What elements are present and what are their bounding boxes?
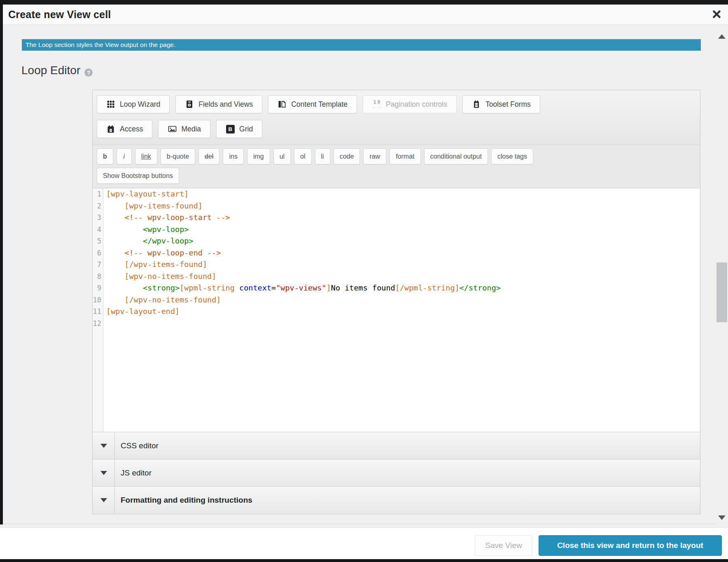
loop-wizard-icon xyxy=(106,100,115,109)
quicktags-toolbar: bilinkb-quotedelinsimgulollicoderawforma… xyxy=(93,145,700,188)
code-area[interactable]: [wpv-layout-start] [wpv-items-found] <!-… xyxy=(103,188,700,432)
line-number: 7 xyxy=(93,259,101,271)
content-template-icon xyxy=(278,100,287,109)
collapse-arrow-cell xyxy=(93,487,115,513)
code-token xyxy=(106,213,125,222)
code-line xyxy=(106,318,700,330)
code-line: <wpv-loop> xyxy=(106,224,700,236)
scrollbar-thumb[interactable] xyxy=(716,262,727,322)
line-number: 5 xyxy=(93,235,101,247)
save-view-button[interactable]: Save View xyxy=(475,535,532,556)
toolbar-row-2: AccessMediaBGrid xyxy=(97,120,696,138)
resize-divider xyxy=(4,524,716,524)
code-token: [wpv-items-found] xyxy=(125,201,203,210)
code-token xyxy=(106,283,143,292)
code-token: No items found xyxy=(331,283,395,292)
line-number: 11 xyxy=(93,306,101,318)
toolset-forms-icon xyxy=(472,100,481,109)
toolbar-button-label: Content Template xyxy=(291,100,348,109)
content-template-button[interactable]: Content Template xyxy=(268,95,357,113)
grid-button[interactable]: BGrid xyxy=(216,120,262,138)
code-line: [/wpv-no-items-found] xyxy=(106,294,700,306)
help-icon[interactable]: ? xyxy=(84,68,93,77)
fields-and-views-icon xyxy=(185,100,194,109)
loop-wizard-button[interactable]: Loop Wizard xyxy=(97,95,170,113)
code-line: [wpv-no-items-found] xyxy=(106,271,700,283)
close-and-return-button[interactable]: Close this view and return to the layout xyxy=(539,535,722,556)
access-button[interactable]: Access xyxy=(97,120,152,138)
section-label: CSS editor xyxy=(115,441,159,450)
formatting-and-editing-instructions-section-toggle[interactable]: Formatting and editing instructions xyxy=(93,486,700,513)
info-banner: The Loop section styles the View output … xyxy=(22,39,701,51)
js-editor-section-toggle[interactable]: JS editor xyxy=(93,459,700,486)
line-number-gutter: 123456789101112 xyxy=(93,188,103,432)
media-button[interactable]: Media xyxy=(158,120,210,138)
line-number: 2 xyxy=(93,200,101,212)
modal-title-bar: Create new View cell xyxy=(0,5,728,25)
qt-li-button[interactable]: li xyxy=(315,148,330,164)
line-number: 10 xyxy=(93,294,101,306)
code-token: = xyxy=(271,283,276,292)
window-chrome-top xyxy=(0,0,728,5)
code-token: [/wpml-string] xyxy=(395,283,460,292)
qt-b-button[interactable]: b xyxy=(97,148,113,164)
toolbar-row-1: Loop WizardFields and ViewsContent Templ… xyxy=(97,95,696,113)
code-token: context xyxy=(239,283,271,292)
code-line: </wpv-loop> xyxy=(106,235,700,247)
bootstrap-b-icon: B xyxy=(226,124,235,133)
toolbar-button-label: Toolset Forms xyxy=(485,100,531,109)
media-icon xyxy=(168,124,177,133)
toolbar-button-label: Access xyxy=(120,125,143,133)
css-editor-section-toggle[interactable]: CSS editor xyxy=(93,432,700,459)
code-line: [/wpv-items-found] xyxy=(106,259,700,271)
line-number: 1 xyxy=(93,188,101,200)
toolset-forms-button[interactable]: Toolset Forms xyxy=(462,95,540,113)
loop-code-editor[interactable]: 123456789101112 [wpv-layout-start] [wpv-… xyxy=(93,188,700,432)
toolbar-button-label: Pagination controls xyxy=(386,100,447,109)
qt-ins-button[interactable]: ins xyxy=(223,148,243,164)
collapse-arrow-icon xyxy=(100,444,107,448)
qt-conditional-output-button[interactable]: conditional output xyxy=(424,148,488,164)
scroll-up-arrow-icon[interactable] xyxy=(718,34,726,39)
code-token xyxy=(106,248,125,257)
qt-img-button[interactable]: img xyxy=(247,148,270,164)
line-number: 6 xyxy=(93,247,101,259)
close-button[interactable] xyxy=(707,5,726,25)
qt-i-button[interactable]: i xyxy=(117,148,132,164)
qt-code-button[interactable]: code xyxy=(334,148,360,164)
show-bootstrap-buttons-button[interactable]: Show Bootstrap buttons xyxy=(97,168,179,184)
vertical-scrollbar[interactable] xyxy=(716,25,728,526)
pagination-controls-button[interactable]: 19←→Pagination controls xyxy=(363,95,457,113)
code-line: [wpv-layout-start] xyxy=(106,188,700,200)
modal-footer: Save View Close this view and return to … xyxy=(0,527,728,559)
scroll-down-arrow-icon[interactable] xyxy=(718,515,726,520)
code-token: [/wpv-no-items-found] xyxy=(125,295,221,304)
qt-del-button[interactable]: del xyxy=(198,148,219,164)
toolbar-button-label: Fields and Views xyxy=(198,100,253,109)
qt-close-tags-button[interactable]: close tags xyxy=(491,148,533,164)
window-chrome-left xyxy=(0,0,3,525)
qt-format-button[interactable]: format xyxy=(390,148,420,164)
toolbar-button-label: Loop Wizard xyxy=(120,100,160,109)
info-banner-text: The Loop section styles the View output … xyxy=(26,41,175,48)
editor-toolbar: Loop WizardFields and ViewsContent Templ… xyxy=(93,90,700,145)
loop-editor-title: Loop Editor xyxy=(21,64,80,77)
qt-ul-button[interactable]: ul xyxy=(273,148,291,164)
code-token: <!-- wpv-loop-end --> xyxy=(125,248,221,257)
fields-and-views-button[interactable]: Fields and Views xyxy=(175,95,262,113)
qt-b-quote-button[interactable]: b-quote xyxy=(161,148,195,164)
code-line: <!-- wpv-loop-start --> xyxy=(106,212,700,224)
collapse-arrow-cell xyxy=(93,459,115,486)
qt-raw-button[interactable]: raw xyxy=(363,148,386,164)
code-token: "wpv-views" xyxy=(276,283,327,292)
collapse-arrow-cell xyxy=(93,432,115,459)
loop-editor-heading: Loop Editor ? xyxy=(21,62,93,79)
qt-ol-button[interactable]: ol xyxy=(294,148,311,164)
code-token: [/wpv-items-found] xyxy=(125,260,207,269)
qt-link-button[interactable]: link xyxy=(135,148,157,164)
code-token: <!-- wpv-loop-start --> xyxy=(125,213,230,222)
line-number: 4 xyxy=(93,224,101,236)
code-token: </wpv-loop> xyxy=(143,237,194,245)
access-icon xyxy=(106,124,115,133)
code-line: [wpv-items-found] xyxy=(106,200,700,212)
